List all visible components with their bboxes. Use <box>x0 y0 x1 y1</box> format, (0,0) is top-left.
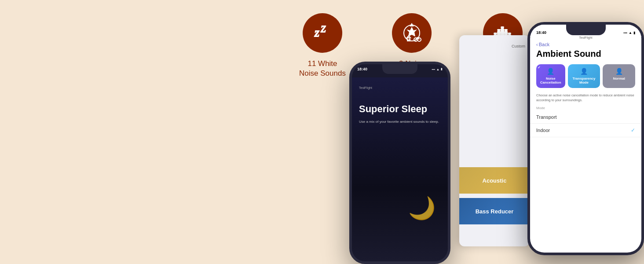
normal-mode-label: Normal <box>613 77 625 81</box>
moon-illustration: 🌙 <box>408 195 439 226</box>
left-app-label: TestFlight <box>359 86 372 89</box>
sleep-title: Superior Sleep <box>359 103 427 115</box>
noise-cancellation-btn-wrapper: ✓ 👤 Noise Cancellation <box>536 64 565 88</box>
transparency-icon: 👤 <box>580 68 588 75</box>
transport-mode-item[interactable]: Transport <box>530 111 641 124</box>
wifi-icon: ▲ <box>436 68 439 71</box>
phone-right: 18:40 ▪▪▪ ▲ ▮ TestFlight ‹ Back Ambient … <box>527 22 644 255</box>
svg-text:z: z <box>314 26 319 39</box>
ambient-nav: ‹ Back <box>530 39 641 48</box>
battery-icon: ▮ <box>441 67 443 71</box>
noise-cancellation-mode-btn[interactable]: ✓ 👤 Noise Cancellation <box>536 64 565 88</box>
phones-container: 18:40 ▪▪▪ ▲ ▮ TestFlight Superior Sleep … <box>336 18 644 264</box>
sleep-subtitle: Use a mix of your favorite ambient sound… <box>359 119 439 125</box>
transparency-mode-btn[interactable]: 👤 Transparency Mode <box>568 64 600 88</box>
mode-section-label: Mode <box>530 105 641 111</box>
noise-cancel-mode-label: Noise Cancellation <box>540 77 561 84</box>
eq-bass-item[interactable]: Bass Reducer <box>459 198 530 224</box>
eq-acoustic-label: Acoustic <box>483 177 507 184</box>
noise-cancel-check-icon: ✓ <box>538 66 541 70</box>
left-phone-content: TestFlight Superior Sleep Use a mix of y… <box>352 77 448 261</box>
transport-label: Transport <box>536 114 557 120</box>
right-signal-icon: ▪▪▪ <box>624 31 628 35</box>
chevron-left-icon: ‹ <box>536 42 538 47</box>
svg-text:Z: Z <box>321 24 326 34</box>
left-phone-status-icons: ▪▪▪ ▲ ▮ <box>432 67 443 71</box>
signal-icon: ▪▪▪ <box>432 68 435 71</box>
eq-panel: Custom Acoustic Bass Reducer <box>459 35 530 246</box>
moon-icon: 🌙 <box>408 196 435 220</box>
phone-left: 18:40 ▪▪▪ ▲ ▮ TestFlight Superior Sleep … <box>349 62 450 264</box>
right-phone-notch <box>566 25 606 35</box>
right-phone-time: 18:40 <box>536 30 546 35</box>
mode-buttons-row: ✓ 👤 Noise Cancellation 👤 Transparency Mo… <box>530 62 641 92</box>
right-status-icons: ▪▪▪ ▲ ▮ <box>624 31 635 35</box>
left-phone-status: 18:40 ▪▪▪ ▲ ▮ <box>357 67 443 71</box>
transparency-mode-label: Transparency Mode <box>572 77 595 84</box>
indoor-check-icon: ✓ <box>631 127 635 133</box>
ambient-sound-title: Ambient Sound <box>530 48 641 62</box>
back-label: Back <box>539 42 549 47</box>
right-wifi-icon: ▲ <box>629 31 632 35</box>
right-battery-icon: ▮ <box>633 31 635 35</box>
eq-bass-label: Bass Reducer <box>476 208 514 215</box>
normal-icon: 👤 <box>615 68 623 75</box>
left-phone-time: 18:40 <box>357 67 367 71</box>
eq-custom-label: Custom <box>512 44 525 48</box>
right-app-label: TestFlight <box>530 36 641 39</box>
sleep-icon: z Z <box>312 22 333 44</box>
normal-mode-btn[interactable]: 👤 Normal <box>603 64 635 88</box>
eq-acoustic-item[interactable]: Acoustic <box>459 167 530 194</box>
indoor-mode-item[interactable]: Indoor ✓ <box>530 124 641 137</box>
ambient-description: Choose an active noise cancellation mode… <box>530 92 641 105</box>
right-phone-screen: 18:40 ▪▪▪ ▲ ▮ TestFlight ‹ Back Ambient … <box>530 25 641 253</box>
noise-cancel-icon: 👤 <box>547 68 554 75</box>
back-button[interactable]: ‹ Back <box>536 42 549 47</box>
indoor-label: Indoor <box>536 128 550 133</box>
